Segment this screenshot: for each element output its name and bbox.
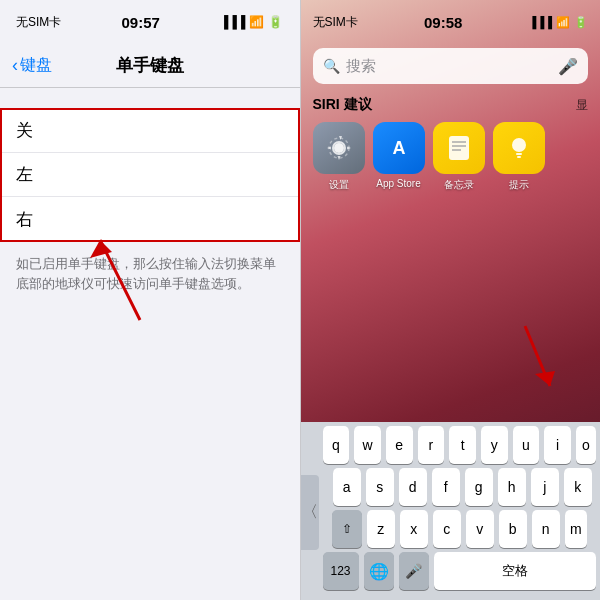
left-red-arrow [80, 220, 160, 340]
key-e[interactable]: e [386, 426, 413, 464]
right-carrier: 无SIM卡 [313, 14, 358, 31]
key-h[interactable]: h [498, 468, 526, 506]
tips-label: 提示 [509, 178, 529, 192]
right-signal-icon: ▐▐▐ [529, 16, 552, 28]
key-v[interactable]: v [466, 510, 494, 548]
right-time: 09:58 [424, 14, 462, 31]
wifi-icon: 📶 [249, 15, 264, 29]
key-u[interactable]: u [513, 426, 540, 464]
back-chevron-icon: ‹ [12, 55, 18, 76]
appstore-label: App Store [376, 178, 420, 189]
app-item-tips[interactable]: 提示 [493, 122, 545, 192]
right-status-left: 无SIM卡 [313, 14, 358, 31]
notes-label: 备忘录 [444, 178, 474, 192]
right-wifi-icon: 📶 [556, 16, 570, 29]
key-s[interactable]: s [366, 468, 394, 506]
key-shift[interactable]: ⇧ [332, 510, 362, 548]
app-item-appstore[interactable]: A App Store [373, 122, 425, 192]
siri-section: SIRI 建议 显 [301, 88, 601, 118]
left-arrow-container [80, 220, 160, 344]
key-t[interactable]: t [449, 426, 476, 464]
key-space[interactable]: 空格 [434, 552, 597, 590]
search-bar[interactable]: 🔍 搜索 🎤 [313, 48, 589, 84]
list-item-left[interactable]: 左 [0, 153, 300, 197]
app-grid: 设置 A App Store 备忘录 [301, 118, 601, 200]
key-123[interactable]: 123 [323, 552, 359, 590]
left-nav-back[interactable]: ‹ 键盘 [12, 55, 52, 76]
keyboard-area: 〈 q w e r t y u i o a s d f g h j k ⇧ z [301, 422, 601, 600]
key-k[interactable]: k [564, 468, 592, 506]
notes-icon [433, 122, 485, 174]
left-carrier: 无SIM卡 [16, 14, 61, 31]
left-status-bar: 无SIM卡 09:57 ▐▐▐ 📶 🔋 [0, 0, 300, 44]
left-panel: 无SIM卡 09:57 ▐▐▐ 📶 🔋 ‹ 键盘 单手键盘 关 左 右 [0, 0, 300, 600]
key-globe[interactable]: 🌐 [364, 552, 394, 590]
app-item-notes[interactable]: 备忘录 [433, 122, 485, 192]
key-y[interactable]: y [481, 426, 508, 464]
settings-icon [313, 122, 365, 174]
left-nav-bar: ‹ 键盘 单手键盘 [0, 44, 300, 88]
mic-icon[interactable]: 🎤 [558, 57, 578, 76]
key-a[interactable]: a [333, 468, 361, 506]
keyboard-side-handle[interactable]: 〈 [301, 475, 319, 550]
svg-rect-11 [516, 153, 522, 155]
settings-label: 设置 [329, 178, 349, 192]
key-d[interactable]: d [399, 468, 427, 506]
svg-line-13 [525, 326, 550, 386]
key-r[interactable]: r [418, 426, 445, 464]
key-m[interactable]: m [565, 510, 587, 548]
battery-icon: 🔋 [268, 15, 283, 29]
appstore-icon: A [373, 122, 425, 174]
svg-rect-6 [449, 136, 469, 160]
svg-marker-14 [535, 371, 555, 386]
right-status-bar: 无SIM卡 09:58 ▐▐▐ 📶 🔋 [301, 0, 601, 44]
key-f[interactable]: f [432, 468, 460, 506]
right-red-arrow [505, 316, 565, 406]
key-w[interactable]: w [354, 426, 381, 464]
right-battery-icon: 🔋 [574, 16, 588, 29]
left-time: 09:57 [121, 14, 159, 31]
key-j[interactable]: j [531, 468, 559, 506]
search-placeholder: 搜索 [346, 57, 553, 76]
keyboard-row-1: q w e r t y u i o [301, 422, 601, 464]
search-icon: 🔍 [323, 58, 340, 74]
back-label[interactable]: 键盘 [20, 55, 52, 76]
key-z[interactable]: z [367, 510, 395, 548]
svg-point-10 [512, 138, 526, 152]
signal-icon: ▐▐▐ [220, 15, 246, 29]
svg-point-2 [334, 143, 344, 153]
key-q[interactable]: q [323, 426, 350, 464]
right-status-icons: ▐▐▐ 📶 🔋 [529, 16, 588, 29]
key-mic[interactable]: 🎤 [399, 552, 429, 590]
key-b[interactable]: b [499, 510, 527, 548]
svg-text:A: A [392, 138, 405, 158]
left-status-icons: ▐▐▐ 📶 🔋 [220, 15, 284, 29]
right-arrow-container [505, 316, 565, 410]
svg-rect-12 [517, 156, 521, 158]
key-n[interactable]: n [532, 510, 560, 548]
siri-more[interactable]: 显 [576, 97, 588, 114]
key-o[interactable]: o [576, 426, 596, 464]
key-i[interactable]: i [544, 426, 571, 464]
key-x[interactable]: x [400, 510, 428, 548]
app-item-settings[interactable]: 设置 [313, 122, 365, 192]
left-nav-title: 单手键盘 [116, 54, 184, 77]
right-panel: 无SIM卡 09:58 ▐▐▐ 📶 🔋 🔍 搜索 🎤 SIRI 建议 显 [301, 0, 601, 600]
key-c[interactable]: c [433, 510, 461, 548]
tips-icon [493, 122, 545, 174]
keyboard-row-3: ⇧ z x c v b n m [301, 506, 601, 548]
key-g[interactable]: g [465, 468, 493, 506]
keyboard-row-2: a s d f g h j k [301, 464, 601, 506]
siri-label: SIRI 建议 [313, 96, 372, 114]
list-item-off[interactable]: 关 [0, 109, 300, 153]
keyboard-bottom-row: 123 🌐 🎤 空格 [301, 548, 601, 596]
